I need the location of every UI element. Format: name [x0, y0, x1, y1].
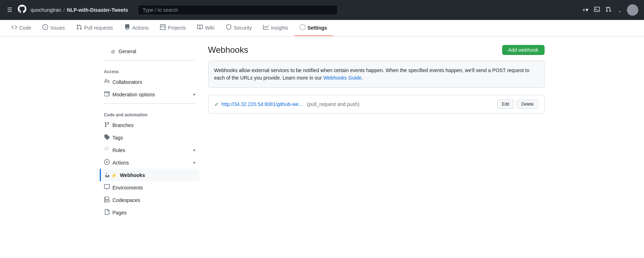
- sidebar-item-webhooks[interactable]: ⚡ Webhooks: [100, 169, 200, 181]
- tab-insights[interactable]: Insights: [257, 20, 294, 36]
- repo-name-link[interactable]: NLP-with-Disaster-Tweets: [67, 7, 128, 13]
- webhook-url[interactable]: http://34.32.220.54:8081/github-we...: [222, 101, 303, 107]
- sidebar-webhooks-label: Webhooks: [120, 172, 145, 178]
- code-section-label: Code and automation: [100, 107, 200, 119]
- sidebar-rules-label: Rules: [113, 147, 125, 153]
- branches-icon: [104, 122, 110, 128]
- gear-icon: ⚙: [104, 48, 116, 55]
- tab-security[interactable]: Security: [220, 20, 258, 36]
- tab-wiki-label: Wiki: [205, 25, 214, 31]
- bell-icon: [617, 6, 623, 14]
- webhook-item: ✓ http://34.32.220.54:8081/github-we... …: [208, 95, 545, 113]
- terminal-icon: [594, 6, 600, 14]
- sidebar-tags-label: Tags: [113, 135, 123, 141]
- code-icon: [11, 24, 17, 31]
- access-section-label: Access: [100, 64, 200, 76]
- wiki-tab-icon: [197, 24, 203, 31]
- actions-tab-icon: [124, 24, 130, 31]
- moderation-icon: [104, 91, 110, 98]
- notifications-button[interactable]: [615, 5, 624, 15]
- tab-settings-label: Settings: [308, 25, 327, 31]
- navbar: ☰ quochungtran / NLP-with-Disaster-Tweet…: [0, 0, 644, 20]
- security-tab-icon: [226, 24, 232, 31]
- webhook-events: (pull_request and push): [307, 101, 360, 107]
- chevron-down-icon: ▾: [193, 92, 195, 97]
- tab-wiki[interactable]: Wiki: [191, 20, 220, 36]
- main-layout: ⚙ General Access Collaborators Moderatio…: [94, 36, 550, 227]
- sidebar: ⚙ General Access Collaborators Moderatio…: [100, 45, 200, 219]
- plus-icon: +▾: [582, 6, 588, 13]
- main-content: Webhooks Add webhook Webhooks allow exte…: [208, 45, 545, 219]
- rules-chevron-icon: ▾: [193, 148, 195, 153]
- sidebar-item-collaborators[interactable]: Collaborators: [100, 76, 200, 88]
- navbar-actions: +▾: [581, 4, 638, 16]
- create-button[interactable]: +▾: [581, 5, 590, 15]
- tab-settings[interactable]: Settings: [294, 20, 333, 36]
- collaborators-icon: [104, 79, 110, 85]
- repo-path: quochungtran / NLP-with-Disaster-Tweets: [31, 7, 128, 13]
- hamburger-button[interactable]: ☰: [6, 5, 14, 15]
- settings-tab-icon: [300, 24, 305, 31]
- page-title: Webhooks: [208, 45, 248, 55]
- pr-tab-icon: [76, 24, 82, 31]
- issues-icon: [42, 24, 48, 31]
- sidebar-moderation-label: Moderation options: [113, 92, 155, 97]
- tab-security-label: Security: [234, 25, 252, 31]
- environments-icon: [104, 184, 110, 191]
- sidebar-item-branches[interactable]: Branches: [100, 119, 200, 131]
- tab-actions[interactable]: Actions: [119, 20, 154, 36]
- sidebar-environments-label: Environments: [113, 185, 143, 191]
- sidebar-item-environments[interactable]: Environments: [100, 181, 200, 194]
- avatar[interactable]: [627, 4, 638, 16]
- edit-webhook-button[interactable]: Edit: [497, 100, 514, 109]
- sidebar-item-pages[interactable]: Pages: [100, 206, 200, 219]
- webhook-status-icon: ✓: [214, 101, 219, 108]
- pages-icon: [104, 209, 110, 216]
- description-text: Webhooks allow external services to be n…: [214, 67, 530, 81]
- username-link[interactable]: quochungtran: [31, 7, 61, 13]
- webhook-actions: Edit Delete: [497, 100, 538, 109]
- sidebar-branches-label: Branches: [113, 122, 134, 128]
- webhooks-guide-link[interactable]: Webhooks Guide: [323, 75, 361, 81]
- sidebar-general-label: General: [118, 49, 136, 54]
- insights-tab-icon: [263, 24, 269, 31]
- delete-webhook-button[interactable]: Delete: [517, 100, 539, 109]
- sidebar-codespaces-label: Codespaces: [113, 197, 140, 203]
- tab-insights-label: Insights: [271, 25, 288, 31]
- sidebar-pages-label: Pages: [113, 210, 127, 216]
- hamburger-icon: ☰: [7, 6, 12, 13]
- sidebar-item-actions[interactable]: Actions ▾: [100, 156, 200, 169]
- sidebar-item-codespaces[interactable]: Codespaces: [100, 194, 200, 206]
- tab-code[interactable]: Code: [6, 20, 37, 36]
- sidebar-item-general[interactable]: ⚙ General: [100, 45, 200, 57]
- actions-icon: [104, 159, 110, 166]
- tab-code-label: Code: [19, 25, 31, 31]
- description-period: .: [361, 75, 363, 81]
- sidebar-divider-2: [104, 103, 195, 104]
- tab-issues[interactable]: Issues: [37, 20, 70, 36]
- github-logo: [18, 5, 26, 15]
- repo-tabs: Code Issues Pull requests Actions Projec…: [0, 20, 644, 36]
- sidebar-item-rules[interactable]: Rules ▾: [100, 144, 200, 156]
- webhooks-description: Webhooks allow external services to be n…: [208, 61, 545, 88]
- codespaces-icon: [104, 197, 110, 203]
- search-input[interactable]: [138, 5, 338, 15]
- sidebar-divider-1: [104, 60, 195, 61]
- tags-icon: [104, 134, 110, 141]
- tab-actions-label: Actions: [132, 25, 149, 31]
- actions-chevron-icon: ▾: [193, 160, 195, 165]
- search-container: [138, 5, 338, 15]
- tab-pull-requests[interactable]: Pull requests: [71, 20, 119, 36]
- projects-tab-icon: [160, 24, 166, 31]
- sidebar-item-moderation[interactable]: Moderation options ▾: [100, 88, 200, 101]
- add-webhook-button[interactable]: Add webhook: [502, 45, 545, 55]
- sidebar-collaborators-label: Collaborators: [113, 79, 142, 85]
- pull-requests-button[interactable]: [604, 5, 613, 15]
- sidebar-actions-label: Actions: [113, 160, 129, 166]
- sidebar-item-tags[interactable]: Tags: [100, 131, 200, 144]
- tab-pull-requests-label: Pull requests: [84, 25, 113, 31]
- terminal-button[interactable]: [593, 5, 601, 15]
- rules-icon: [104, 147, 110, 153]
- tab-projects-label: Projects: [168, 25, 186, 31]
- tab-projects[interactable]: Projects: [154, 20, 192, 36]
